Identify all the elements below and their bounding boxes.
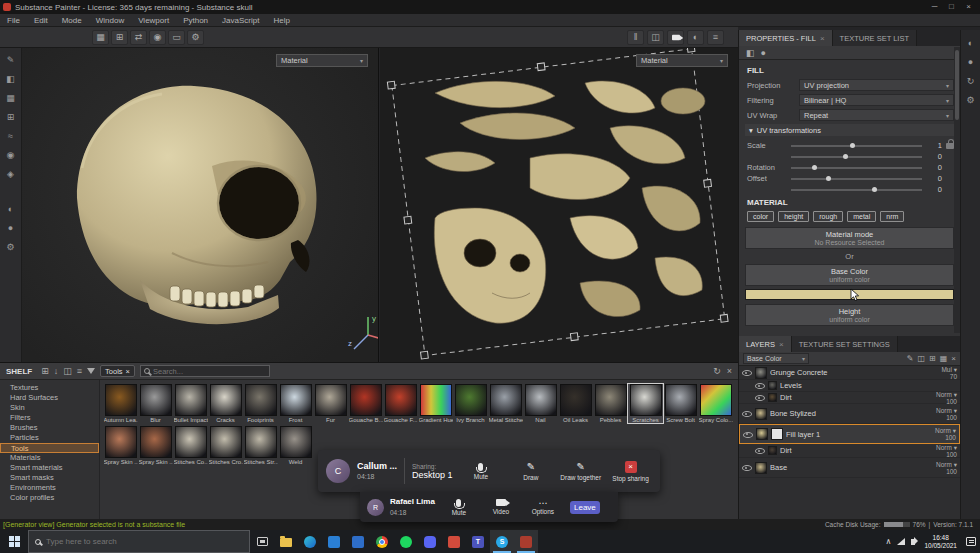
add-mask-icon[interactable]: ◫ bbox=[918, 354, 926, 363]
lazy-mouse-icon[interactable]: ◉ bbox=[149, 30, 166, 45]
menu-mode[interactable]: Mode bbox=[55, 16, 89, 25]
list-view-icon[interactable]: ≡ bbox=[77, 366, 82, 376]
shelf-item-spray-color[interactable]: Spray Colo... bbox=[698, 384, 733, 423]
projection-settings-icon[interactable]: ▭ bbox=[168, 30, 185, 45]
shelf-item-gradient-hue[interactable]: Gradient Hue bbox=[418, 384, 453, 423]
channel-height-chip[interactable]: height bbox=[778, 211, 809, 222]
shelf-item-spray-skin-1[interactable]: Spray Skin ... bbox=[103, 426, 138, 465]
shelf-item-blur[interactable]: Blur bbox=[138, 384, 173, 423]
layer-row-fill-layer-1[interactable]: Fill layer 1 Norm ▾ 100 bbox=[739, 424, 960, 444]
menu-edit[interactable]: Edit bbox=[27, 16, 55, 25]
scale-v-slider[interactable] bbox=[791, 156, 922, 158]
channel-metal-chip[interactable]: metal bbox=[847, 211, 876, 222]
material-sphere-icon[interactable]: ● bbox=[761, 48, 766, 58]
lock-icon[interactable] bbox=[946, 143, 954, 149]
visibility-eye-icon[interactable] bbox=[742, 409, 752, 418]
close-button[interactable]: × bbox=[960, 0, 977, 14]
display-settings-icon[interactable]: ≡ bbox=[707, 30, 724, 45]
shelf-category-brushes[interactable]: Brushes bbox=[0, 423, 99, 433]
offset-v-slider[interactable] bbox=[791, 189, 922, 191]
screenshot-icon[interactable]: ◐ bbox=[687, 30, 704, 45]
add-folder-icon[interactable]: ▦ bbox=[940, 354, 948, 363]
shader-settings-icon[interactable]: ⚙ bbox=[3, 240, 19, 253]
shelf-search-input[interactable] bbox=[153, 367, 266, 376]
tab-properties-fill[interactable]: PROPERTIES - FILL × bbox=[739, 30, 833, 46]
taskbar-clock[interactable]: 16:48 10/05/2021 bbox=[924, 534, 957, 550]
layer-opacity[interactable]: 100 bbox=[946, 414, 957, 421]
height-button[interactable]: Height uniform color bbox=[745, 304, 954, 326]
spotify-button[interactable] bbox=[394, 530, 418, 553]
shelf-item-oil-leaks[interactable]: Oil Leaks bbox=[558, 384, 593, 423]
shelf-item-stitches-straight[interactable]: Stitches Str... bbox=[243, 426, 278, 465]
maximize-button[interactable]: □ bbox=[943, 0, 960, 14]
skype-button[interactable]: S bbox=[490, 530, 514, 553]
shelf-item-spray-skin-2[interactable]: Spray Skin ... bbox=[138, 426, 173, 465]
shelf-category-environments[interactable]: Environments bbox=[0, 483, 99, 493]
edge-button[interactable] bbox=[298, 530, 322, 553]
shelf-category-smart-masks[interactable]: Smart masks bbox=[0, 473, 99, 483]
mail-button[interactable] bbox=[346, 530, 370, 553]
display-mode-icon[interactable]: ◐ bbox=[3, 202, 19, 215]
layer-mask-thumbnail[interactable] bbox=[771, 428, 783, 440]
uv-wrap-dropdown[interactable]: Repeat ▾ bbox=[799, 109, 954, 121]
add-effect-icon[interactable]: ✎ bbox=[907, 354, 914, 363]
layer-opacity[interactable]: 70 bbox=[950, 373, 957, 380]
video-button[interactable]: Video bbox=[483, 499, 519, 515]
layer-opacity[interactable]: 100 bbox=[945, 434, 956, 441]
menu-file[interactable]: File bbox=[0, 16, 27, 25]
layer-row-grunge-concrete[interactable]: Grunge Concrete Mul ▾ 70 bbox=[739, 366, 960, 380]
scale-slider[interactable] bbox=[791, 145, 922, 147]
rotation-slider[interactable] bbox=[791, 167, 922, 169]
store-button[interactable] bbox=[322, 530, 346, 553]
visibility-eye-icon[interactable] bbox=[742, 463, 752, 472]
view-toggle-icon[interactable]: ◫ bbox=[63, 366, 72, 376]
menu-javascript[interactable]: JavaScript bbox=[215, 16, 266, 25]
display-settings-dock-icon[interactable]: ◐ bbox=[968, 38, 973, 48]
snap-grid-icon[interactable]: ⊞ bbox=[111, 30, 128, 45]
shelf-search-box[interactable] bbox=[140, 365, 270, 377]
layer-opacity[interactable]: 100 bbox=[946, 398, 957, 405]
shelf-item-stitches-cross[interactable]: Stitches Cro... bbox=[208, 426, 243, 465]
layer-row-base[interactable]: Base Norm ▾ 100 bbox=[739, 458, 960, 478]
base-color-button[interactable]: Base Color uniform color bbox=[745, 264, 954, 286]
stop-sharing-button[interactable]: × Stop sharing bbox=[609, 461, 652, 482]
shelf-item-frost[interactable]: Frost bbox=[278, 384, 313, 423]
minimize-button[interactable]: ─ bbox=[926, 0, 943, 14]
tab-texture-set-settings[interactable]: TEXTURE SET SETTINGS bbox=[792, 336, 898, 352]
uv-transformations-header[interactable]: ▾ UV transformations bbox=[745, 124, 954, 136]
menu-window[interactable]: Window bbox=[89, 16, 131, 25]
split-view-icon[interactable]: ◫ bbox=[647, 30, 664, 45]
shelf-item-weld[interactable]: Weld bbox=[278, 426, 313, 465]
options-button[interactable]: ⋯ Options bbox=[525, 500, 561, 515]
shelf-item-nail[interactable]: Nail bbox=[523, 384, 558, 423]
shelf-item-metal-stitches[interactable]: Metal Stitches bbox=[488, 384, 523, 423]
filter-funnel-icon[interactable] bbox=[87, 368, 95, 374]
shelf-item-autumn-leaves[interactable]: Autumn Lea... bbox=[103, 384, 138, 423]
visibility-eye-icon[interactable] bbox=[743, 430, 753, 439]
teams-button[interactable]: T bbox=[466, 530, 490, 553]
shelf-category-skin[interactable]: Skin bbox=[0, 403, 99, 413]
close-icon[interactable]: × bbox=[820, 34, 825, 43]
fill-mode-icon[interactable]: ◧ bbox=[746, 48, 755, 58]
visibility-eye-icon[interactable] bbox=[755, 393, 765, 402]
layer-opacity[interactable]: 100 bbox=[946, 468, 957, 475]
shelf-item-bullet-impact[interactable]: Bullet Impact bbox=[173, 384, 208, 423]
shelf-item-screw-bolt[interactable]: Screw Bolt bbox=[663, 384, 698, 423]
viewport-2d[interactable]: Material ▾ bbox=[380, 48, 738, 362]
visibility-eye-icon[interactable] bbox=[742, 368, 752, 377]
menu-viewport[interactable]: Viewport bbox=[131, 16, 176, 25]
shelf-category-tools[interactable]: Tools bbox=[0, 443, 99, 453]
menu-help[interactable]: Help bbox=[266, 16, 296, 25]
layer-row-dirt[interactable]: Dirt Norm ▾ 100 bbox=[739, 444, 960, 458]
smudge-tool-icon[interactable]: ≈ bbox=[3, 129, 19, 142]
shelf-category-textures[interactable]: Textures bbox=[0, 383, 99, 393]
symmetry-icon[interactable]: ⇄ bbox=[130, 30, 147, 45]
tab-layers[interactable]: LAYERS × bbox=[739, 336, 792, 352]
menu-python[interactable]: Python bbox=[176, 16, 215, 25]
leave-button[interactable]: Leave bbox=[567, 501, 603, 514]
layer-row-levels[interactable]: Levels bbox=[739, 380, 960, 392]
task-view-button[interactable] bbox=[250, 530, 274, 553]
channel-color-chip[interactable]: color bbox=[747, 211, 774, 222]
history-dock-icon[interactable]: ↻ bbox=[967, 76, 975, 86]
shelf-item-stitches-co[interactable]: Stitches Co... bbox=[173, 426, 208, 465]
